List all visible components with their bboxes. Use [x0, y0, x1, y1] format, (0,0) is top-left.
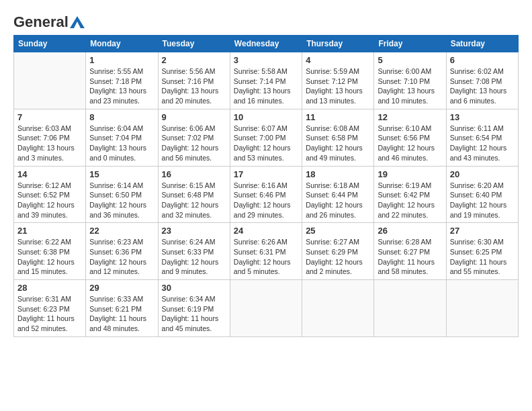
- weekday-header-wednesday: Wednesday: [230, 36, 302, 52]
- calendar-body: 1Sunrise: 5:55 AMSunset: 7:18 PMDaylight…: [14, 52, 519, 337]
- day-number: 2: [162, 55, 226, 65]
- day-number: 18: [306, 169, 370, 179]
- day-number: 10: [234, 112, 298, 122]
- day-info: Sunrise: 6:14 AMSunset: 6:50 PMDaylight:…: [89, 181, 154, 220]
- weekday-header-monday: Monday: [86, 36, 158, 52]
- calendar-table: SundayMondayTuesdayWednesdayThursdayFrid…: [13, 35, 519, 337]
- weekday-header-thursday: Thursday: [302, 36, 374, 52]
- calendar-cell: 17Sunrise: 6:16 AMSunset: 6:46 PMDayligh…: [230, 166, 302, 223]
- logo-general: General: [13, 13, 69, 31]
- calendar-cell: [230, 280, 302, 337]
- calendar-cell: 11Sunrise: 6:08 AMSunset: 6:58 PMDayligh…: [302, 109, 374, 166]
- day-number: 22: [89, 226, 154, 236]
- day-info: Sunrise: 6:11 AMSunset: 6:54 PMDaylight:…: [450, 124, 515, 163]
- day-info: Sunrise: 6:31 AMSunset: 6:23 PMDaylight:…: [17, 294, 82, 334]
- calendar-cell: 3Sunrise: 5:58 AMSunset: 7:14 PMDaylight…: [230, 52, 302, 109]
- day-number: 13: [450, 112, 515, 122]
- day-info: Sunrise: 6:02 AMSunset: 7:08 PMDaylight:…: [450, 66, 515, 106]
- day-number: 24: [234, 226, 298, 236]
- calendar-cell: 8Sunrise: 6:04 AMSunset: 7:04 PMDaylight…: [86, 109, 158, 166]
- day-info: Sunrise: 6:10 AMSunset: 6:56 PMDaylight:…: [378, 124, 442, 163]
- calendar-cell: 16Sunrise: 6:15 AMSunset: 6:48 PMDayligh…: [158, 166, 230, 223]
- day-number: 5: [378, 55, 442, 65]
- day-info: Sunrise: 6:15 AMSunset: 6:48 PMDaylight:…: [162, 181, 226, 220]
- day-number: 27: [450, 226, 515, 236]
- calendar-cell: 2Sunrise: 5:56 AMSunset: 7:16 PMDaylight…: [158, 52, 230, 109]
- day-info: Sunrise: 6:03 AMSunset: 7:06 PMDaylight:…: [17, 124, 82, 163]
- page-header: General: [13, 13, 519, 28]
- calendar-cell: 13Sunrise: 6:11 AMSunset: 6:54 PMDayligh…: [446, 109, 518, 166]
- calendar-cell: 30Sunrise: 6:34 AMSunset: 6:19 PMDayligh…: [158, 280, 230, 337]
- calendar-cell: 7Sunrise: 6:03 AMSunset: 7:06 PMDaylight…: [14, 109, 86, 166]
- day-info: Sunrise: 6:18 AMSunset: 6:44 PMDaylight:…: [306, 181, 370, 220]
- svg-marker-0: [70, 16, 85, 28]
- day-info: Sunrise: 6:00 AMSunset: 7:10 PMDaylight:…: [378, 66, 442, 106]
- day-info: Sunrise: 6:19 AMSunset: 6:42 PMDaylight:…: [378, 181, 442, 220]
- day-number: 8: [89, 112, 154, 122]
- day-info: Sunrise: 6:27 AMSunset: 6:29 PMDaylight:…: [306, 237, 370, 277]
- calendar-week-5: 28Sunrise: 6:31 AMSunset: 6:23 PMDayligh…: [14, 280, 519, 337]
- calendar-cell: [446, 280, 518, 337]
- day-number: 30: [162, 283, 226, 293]
- day-info: Sunrise: 6:34 AMSunset: 6:19 PMDaylight:…: [162, 294, 226, 334]
- day-number: 15: [89, 169, 154, 179]
- day-number: 16: [162, 169, 226, 179]
- calendar-week-4: 21Sunrise: 6:22 AMSunset: 6:38 PMDayligh…: [14, 223, 519, 280]
- day-number: 7: [17, 112, 82, 122]
- calendar-cell: 21Sunrise: 6:22 AMSunset: 6:38 PMDayligh…: [14, 223, 86, 280]
- day-number: 1: [89, 55, 154, 65]
- calendar-cell: 10Sunrise: 6:07 AMSunset: 7:00 PMDayligh…: [230, 109, 302, 166]
- day-info: Sunrise: 6:12 AMSunset: 6:52 PMDaylight:…: [17, 181, 82, 220]
- calendar-cell: [14, 52, 86, 109]
- weekday-header-saturday: Saturday: [446, 36, 518, 52]
- day-number: 28: [17, 283, 82, 293]
- day-number: 14: [17, 169, 82, 179]
- calendar-week-2: 7Sunrise: 6:03 AMSunset: 7:06 PMDaylight…: [14, 109, 519, 166]
- day-info: Sunrise: 5:58 AMSunset: 7:14 PMDaylight:…: [234, 66, 298, 106]
- day-info: Sunrise: 6:30 AMSunset: 6:25 PMDaylight:…: [450, 237, 515, 277]
- weekday-header-row: SundayMondayTuesdayWednesdayThursdayFrid…: [14, 36, 519, 52]
- day-info: Sunrise: 5:56 AMSunset: 7:16 PMDaylight:…: [162, 66, 226, 106]
- calendar-cell: [302, 280, 374, 337]
- day-info: Sunrise: 6:26 AMSunset: 6:31 PMDaylight:…: [234, 237, 298, 277]
- calendar-cell: 22Sunrise: 6:23 AMSunset: 6:36 PMDayligh…: [86, 223, 158, 280]
- day-info: Sunrise: 5:55 AMSunset: 7:18 PMDaylight:…: [89, 66, 154, 106]
- day-number: 20: [450, 169, 515, 179]
- weekday-header-tuesday: Tuesday: [158, 36, 230, 52]
- day-info: Sunrise: 6:22 AMSunset: 6:38 PMDaylight:…: [17, 237, 82, 277]
- calendar-cell: 15Sunrise: 6:14 AMSunset: 6:50 PMDayligh…: [86, 166, 158, 223]
- day-number: 25: [306, 226, 370, 236]
- day-number: 29: [89, 283, 154, 293]
- calendar-cell: 27Sunrise: 6:30 AMSunset: 6:25 PMDayligh…: [446, 223, 518, 280]
- day-number: 23: [162, 226, 226, 236]
- day-number: 21: [17, 226, 82, 236]
- day-info: Sunrise: 6:28 AMSunset: 6:27 PMDaylight:…: [378, 237, 442, 277]
- calendar-cell: 9Sunrise: 6:06 AMSunset: 7:02 PMDaylight…: [158, 109, 230, 166]
- calendar-week-3: 14Sunrise: 6:12 AMSunset: 6:52 PMDayligh…: [14, 166, 519, 223]
- day-number: 11: [306, 112, 370, 122]
- day-info: Sunrise: 6:04 AMSunset: 7:04 PMDaylight:…: [89, 124, 154, 163]
- logo: General: [13, 13, 85, 28]
- day-info: Sunrise: 6:23 AMSunset: 6:36 PMDaylight:…: [89, 237, 154, 277]
- day-info: Sunrise: 6:16 AMSunset: 6:46 PMDaylight:…: [234, 181, 298, 220]
- calendar-cell: [374, 280, 446, 337]
- day-info: Sunrise: 6:07 AMSunset: 7:00 PMDaylight:…: [234, 124, 298, 163]
- calendar-cell: 5Sunrise: 6:00 AMSunset: 7:10 PMDaylight…: [374, 52, 446, 109]
- weekday-header-sunday: Sunday: [14, 36, 86, 52]
- day-info: Sunrise: 6:08 AMSunset: 6:58 PMDaylight:…: [306, 124, 370, 163]
- calendar-cell: 20Sunrise: 6:20 AMSunset: 6:40 PMDayligh…: [446, 166, 518, 223]
- day-info: Sunrise: 6:33 AMSunset: 6:21 PMDaylight:…: [89, 294, 154, 334]
- weekday-header-friday: Friday: [374, 36, 446, 52]
- calendar-cell: 14Sunrise: 6:12 AMSunset: 6:52 PMDayligh…: [14, 166, 86, 223]
- calendar-cell: 26Sunrise: 6:28 AMSunset: 6:27 PMDayligh…: [374, 223, 446, 280]
- calendar-cell: 24Sunrise: 6:26 AMSunset: 6:31 PMDayligh…: [230, 223, 302, 280]
- day-info: Sunrise: 6:20 AMSunset: 6:40 PMDaylight:…: [450, 181, 515, 220]
- calendar-week-1: 1Sunrise: 5:55 AMSunset: 7:18 PMDaylight…: [14, 52, 519, 109]
- day-info: Sunrise: 5:59 AMSunset: 7:12 PMDaylight:…: [306, 66, 370, 106]
- calendar-cell: 1Sunrise: 5:55 AMSunset: 7:18 PMDaylight…: [86, 52, 158, 109]
- calendar-cell: 6Sunrise: 6:02 AMSunset: 7:08 PMDaylight…: [446, 52, 518, 109]
- logo-arrow-icon: [70, 16, 85, 28]
- calendar-cell: 19Sunrise: 6:19 AMSunset: 6:42 PMDayligh…: [374, 166, 446, 223]
- day-info: Sunrise: 6:06 AMSunset: 7:02 PMDaylight:…: [162, 124, 226, 163]
- calendar-cell: 23Sunrise: 6:24 AMSunset: 6:33 PMDayligh…: [158, 223, 230, 280]
